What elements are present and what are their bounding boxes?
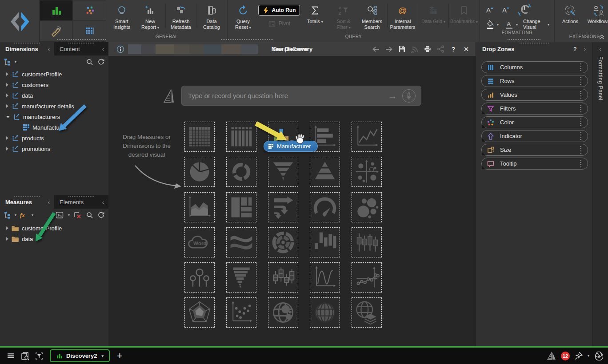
- formula-box-caret[interactable]: ▾: [68, 213, 70, 217]
- pyramid-mini-icon[interactable]: [547, 352, 556, 360]
- visual-pie[interactable]: [184, 157, 215, 187]
- formatting-panel-label[interactable]: Formatting Panel: [597, 56, 604, 100]
- share-icon[interactable]: [436, 45, 444, 53]
- ribbon-button-new-report[interactable]: New Report▾: [136, 2, 164, 31]
- visual-gauge[interactable]: [310, 192, 340, 222]
- drop-zone-menu-icon[interactable]: [579, 131, 583, 142]
- ribbon-button-query-reset[interactable]: Query Reset▾: [229, 2, 257, 31]
- formula-icon[interactable]: fx: [20, 211, 28, 219]
- clear-selection-icon[interactable]: [74, 211, 82, 219]
- drop-zone-menu-icon[interactable]: [579, 90, 583, 100]
- drop-zone-menu-icon[interactable]: [579, 158, 583, 169]
- tree-item-data[interactable]: data: [0, 90, 108, 101]
- visual-pyramid[interactable]: [310, 157, 340, 187]
- expander-icon[interactable]: [6, 94, 8, 97]
- ribbon-button-fill-color[interactable]: ▾: [485, 19, 499, 30]
- search-icon[interactable]: [86, 211, 93, 219]
- visual-table[interactable]: [184, 122, 215, 152]
- expander-icon[interactable]: [6, 136, 8, 140]
- drop-zones-expand-icon[interactable]: ›: [584, 46, 586, 52]
- tab-caret-icon[interactable]: ▾: [101, 354, 104, 358]
- visual-treemap[interactable]: [226, 192, 256, 222]
- pin-icon[interactable]: [574, 352, 583, 360]
- collapse-panel-icon[interactable]: ‹: [48, 46, 50, 52]
- visual-bubbles[interactable]: [352, 192, 382, 222]
- expander-icon[interactable]: [6, 104, 8, 108]
- drop-zone-columns[interactable]: Columns: [481, 61, 588, 73]
- refresh-icon[interactable]: [97, 211, 105, 219]
- drop-zone-indicator[interactable]: Indicator: [481, 130, 588, 142]
- visual-stream[interactable]: [226, 227, 256, 257]
- tab-elements[interactable]: Elements ‹: [54, 195, 108, 209]
- tab-content[interactable]: Content ‹: [54, 42, 108, 55]
- ribbon-button-members-search[interactable]: Members Search: [358, 2, 386, 30]
- visual-dotline[interactable]: [352, 262, 382, 293]
- visual-waterfall[interactable]: [310, 227, 340, 257]
- visual-donut[interactable]: [226, 157, 256, 187]
- tree-item-customerprofile[interactable]: customerProfile: [0, 69, 108, 79]
- drop-zone-tooltip[interactable]: Tooltip: [481, 158, 588, 170]
- visual-line[interactable]: [352, 122, 382, 152]
- drop-zone-menu-icon[interactable]: [579, 117, 583, 128]
- spiral-icon[interactable]: [594, 352, 603, 360]
- collapse-ribbon-button[interactable]: [598, 34, 605, 40]
- drop-zones-help-icon[interactable]: ?: [573, 46, 577, 52]
- open-formatting-panel-icon[interactable]: ‹: [592, 46, 608, 52]
- tree-item-promotions[interactable]: promotions: [0, 143, 108, 154]
- expander-icon[interactable]: [6, 72, 8, 76]
- tree-item-customerprofile[interactable]: customerProfile: [0, 223, 108, 233]
- tree-view-caret[interactable]: ▾: [15, 60, 16, 64]
- search-icon[interactable]: [86, 58, 93, 66]
- slicer-frame-icon[interactable]: [32, 352, 46, 360]
- ribbon-button-text-color[interactable]: A▾: [504, 19, 518, 30]
- ribbon-button-workflows[interactable]: Workflows: [584, 2, 608, 24]
- refresh-icon[interactable]: [97, 58, 105, 66]
- visual-sunburst[interactable]: [268, 227, 298, 257]
- new-tab-button[interactable]: +: [117, 351, 123, 361]
- ribbon-button-auto-run[interactable]: Auto Run: [258, 5, 300, 16]
- tree-view-icon[interactable]: [4, 211, 12, 219]
- drop-zone-filters[interactable]: Filters: [481, 103, 588, 115]
- drop-zone-color[interactable]: Color: [481, 116, 588, 128]
- save-icon[interactable]: [398, 45, 406, 53]
- module-tile-discover[interactable]: [40, 0, 73, 21]
- info-icon[interactable]: [116, 45, 124, 53]
- visual-area[interactable]: [184, 192, 215, 222]
- print-icon[interactable]: [424, 45, 432, 53]
- drop-zone-menu-icon[interactable]: [579, 145, 583, 155]
- ribbon-button-change-visual[interactable]: Change Visual▾: [523, 19, 549, 30]
- close-icon[interactable]: ✕: [462, 45, 470, 53]
- visual-funnel[interactable]: [268, 157, 298, 187]
- expander-icon[interactable]: [6, 83, 8, 87]
- menu-icon[interactable]: [4, 352, 18, 360]
- microphone-icon[interactable]: [402, 89, 416, 103]
- expander-icon[interactable]: [6, 237, 8, 241]
- visual-mapbubble[interactable]: [268, 297, 298, 328]
- tab-measures[interactable]: Measures ‹: [0, 195, 54, 209]
- ribbon-button-font-decrease[interactable]: A: [501, 5, 512, 15]
- visual-wordcloud[interactable]: Word: [184, 227, 215, 257]
- tree-item-customers[interactable]: customers: [0, 79, 108, 90]
- question-input[interactable]: [187, 91, 388, 100]
- module-tile-present[interactable]: [73, 0, 106, 21]
- ribbon-button-data-catalog[interactable]: Data Catalog: [197, 2, 226, 30]
- help-icon[interactable]: ?: [449, 45, 457, 53]
- ribbon-button-totals[interactable]: Totals▾: [301, 2, 329, 25]
- notification-badge[interactable]: 12: [561, 352, 570, 360]
- visual-lollipop[interactable]: [184, 262, 215, 293]
- expander-icon[interactable]: [6, 116, 10, 118]
- visual-globe[interactable]: [310, 297, 340, 328]
- visual-candlestick[interactable]: [352, 227, 382, 257]
- module-tile-grid-view[interactable]: [73, 21, 106, 42]
- ribbon-button-font-increase[interactable]: A: [485, 5, 496, 15]
- feed-icon[interactable]: [411, 45, 419, 53]
- drop-zone-size[interactable]: Size: [481, 144, 588, 156]
- ribbon-button-actions[interactable]: Actions: [556, 2, 584, 24]
- ribbon-button-change-visual-icon[interactable]: [517, 3, 532, 17]
- visual-maplayers[interactable]: [352, 297, 382, 328]
- tab-discovery2[interactable]: Discovery2 ▾: [50, 349, 110, 362]
- visual-scatterplot[interactable]: [226, 297, 256, 328]
- back-icon[interactable]: [372, 45, 380, 53]
- tree-item-products[interactable]: products: [0, 133, 108, 143]
- drop-zone-menu-icon[interactable]: [579, 103, 583, 114]
